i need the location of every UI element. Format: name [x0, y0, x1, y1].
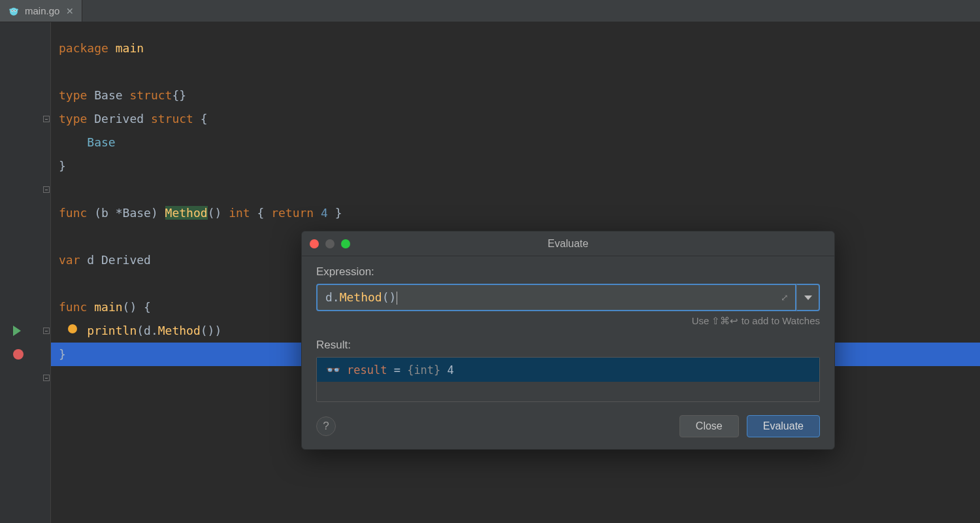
- result-label: Result:: [316, 339, 820, 352]
- chevron-down-icon: [804, 295, 812, 300]
- tab-bar: main.go ✕: [0, 0, 980, 22]
- go-file-icon: [8, 5, 20, 17]
- svg-point-3: [12, 10, 12, 10]
- svg-point-4: [15, 10, 16, 10]
- watches-hint: Use ⇧⌘↩ to add to Watches: [316, 315, 820, 327]
- window-controls: [310, 231, 350, 256]
- run-gutter-icon[interactable]: [0, 319, 51, 343]
- watch-glasses-icon: 👓: [326, 363, 340, 377]
- svg-point-0: [10, 7, 18, 15]
- expression-history-dropdown[interactable]: [796, 284, 820, 311]
- window-zoom-icon[interactable]: [341, 239, 350, 248]
- fold-handle[interactable]: [42, 178, 51, 201]
- editor-tab-main-go[interactable]: main.go ✕: [0, 0, 82, 22]
- dialog-titlebar[interactable]: Evaluate: [302, 231, 834, 256]
- evaluate-dialog: Evaluate Expression: d.Method() ⤢ Use ⇧⌘…: [301, 231, 835, 450]
- gutter: [0, 22, 51, 523]
- fold-handle[interactable]: [42, 107, 51, 131]
- result-tree[interactable]: 👓 result = {int} 4: [316, 357, 820, 402]
- intention-bulb-icon[interactable]: [67, 323, 78, 335]
- close-button[interactable]: Close: [679, 415, 739, 437]
- breakpoint-icon[interactable]: [0, 343, 51, 366]
- expression-label: Expression:: [316, 265, 820, 278]
- svg-point-5: [9, 8, 11, 10]
- result-row[interactable]: 👓 result = {int} 4: [317, 358, 819, 382]
- window-close-icon[interactable]: [310, 239, 319, 248]
- result-empty-row: [317, 382, 819, 401]
- help-button[interactable]: ?: [316, 416, 336, 436]
- evaluate-button[interactable]: Evaluate: [747, 415, 820, 437]
- fold-handle[interactable]: [42, 366, 51, 390]
- dialog-title: Evaluate: [547, 238, 588, 250]
- tab-filename: main.go: [25, 5, 59, 16]
- close-tab-icon[interactable]: ✕: [66, 6, 74, 16]
- expand-icon[interactable]: ⤢: [781, 292, 789, 303]
- window-minimize-icon[interactable]: [325, 239, 335, 248]
- svg-point-6: [16, 8, 18, 10]
- expression-input[interactable]: d.Method() ⤢: [316, 284, 796, 311]
